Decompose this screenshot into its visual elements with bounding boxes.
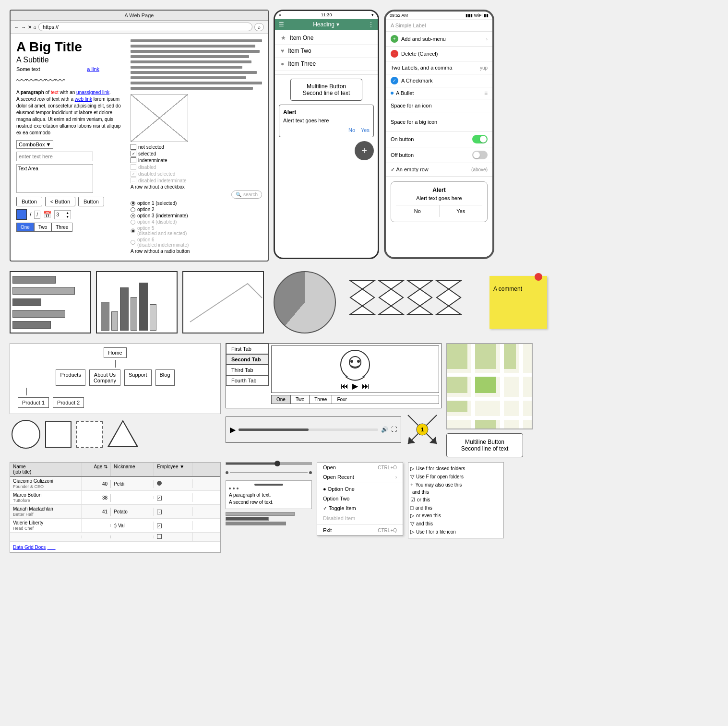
tab-fourth[interactable]: Fourth Tab (226, 375, 269, 386)
text-input[interactable] (16, 152, 93, 161)
fullscreen-icon[interactable]: ⛶ (391, 426, 397, 433)
emp-check-2[interactable] (157, 496, 162, 500)
cb-indet[interactable] (131, 157, 136, 163)
ios-item-two-labels[interactable]: Two Labels, and a comma yup (386, 61, 492, 74)
org-home: Home (104, 347, 126, 358)
dg-header-emp[interactable]: Employee ▼ (154, 463, 192, 476)
dropdown-icon[interactable]: ▾ (336, 21, 339, 28)
placeholder-image (131, 94, 188, 142)
forward-btn[interactable]: ⏭ (362, 382, 370, 391)
play-btn[interactable]: ▶ (352, 381, 358, 391)
ios-item-delete[interactable]: − Delete (Cancel) (386, 47, 492, 61)
tab-three[interactable]: Three (51, 223, 72, 232)
ios-alert-no[interactable]: No (396, 205, 440, 217)
spinner-up[interactable]: ▲ (66, 211, 69, 214)
android-alert-no[interactable]: No (348, 127, 355, 133)
more-icon[interactable]: ⋮ (368, 21, 374, 28)
minus-icon: − (391, 50, 398, 58)
toggle-off[interactable] (472, 151, 488, 159)
ios-item-space-big-icon[interactable]: Space for a big icon (386, 112, 492, 131)
emp-check-4[interactable] (157, 524, 162, 528)
multiline-standalone-btn[interactable]: Multiline Button Second line of text (446, 433, 523, 457)
strip-tab-two[interactable]: Two (291, 395, 310, 404)
radio-btn-1[interactable] (131, 201, 135, 206)
ios-alert-yes[interactable]: Yes (440, 205, 483, 217)
radio-btn-2[interactable] (131, 207, 135, 212)
back-btn[interactable]: ← (14, 24, 19, 30)
play-icon-2[interactable]: ▶ (230, 425, 236, 434)
ios-item-off-button[interactable]: Off button (386, 147, 492, 163)
date-field[interactable]: / (34, 211, 40, 219)
dg-header-name[interactable]: Name(job title) (10, 463, 82, 476)
dg-header-age[interactable]: Age ⇅ (82, 463, 111, 476)
android-alert-yes[interactable]: Yes (361, 127, 370, 133)
cm-toggle[interactable]: ✓ Toggle Item (317, 503, 403, 513)
emp-check-3[interactable] (157, 510, 162, 514)
ios-item-checkmark[interactable]: ✓ A Checkmark (386, 74, 492, 87)
cm-option-two[interactable]: Option Two (317, 494, 403, 503)
cm-open[interactable]: Open CTRL+O (317, 463, 403, 472)
url-input[interactable] (38, 23, 252, 31)
search-box[interactable]: 🔍 search (231, 190, 262, 199)
volume-icon[interactable]: 🔊 (381, 426, 388, 433)
textarea[interactable]: Text Area (16, 164, 93, 193)
vert-bar-chart (96, 271, 178, 333)
tab-two[interactable]: Two (34, 223, 51, 232)
emp-check-5[interactable] (157, 534, 162, 539)
cm-exit[interactable]: Exit CTRL+Q (317, 525, 403, 535)
standalone-btn-line2: Second line of text (454, 445, 515, 452)
strip-tab-three[interactable]: Three (310, 395, 332, 404)
button3[interactable]: Button (78, 197, 104, 206)
android-item-1[interactable]: ★ Item One (275, 32, 378, 45)
hamburger-icon[interactable]: ☰ (279, 21, 284, 28)
strip-tab-four[interactable]: Four (332, 395, 352, 404)
ios-item-add[interactable]: + Add and sub-menu › (386, 32, 492, 47)
spinner-down[interactable]: ▼ (66, 215, 69, 218)
tab-first[interactable]: First Tab (226, 344, 269, 354)
v-bar-6 (150, 304, 156, 331)
ios-item-bullet[interactable]: A Bullet ≡ (386, 87, 492, 99)
cb-checked[interactable] (131, 151, 136, 156)
cm-open-recent[interactable]: Open Recent › (317, 472, 403, 482)
cb-unchecked[interactable] (131, 144, 136, 150)
strip-tab-one[interactable]: One (272, 395, 291, 404)
pie-chart-box (269, 266, 341, 338)
dg-docs-link[interactable]: Data Grid Docs (13, 545, 46, 550)
combobox[interactable]: ComboBox ▼ (16, 140, 53, 149)
dots-row (226, 468, 312, 477)
ios-item-space-icon[interactable]: Space for an icon (386, 99, 492, 112)
tab-second[interactable]: Second Tab (226, 354, 269, 365)
tab-one[interactable]: One (16, 223, 34, 232)
android-item-2[interactable]: ♥ Item Two (275, 45, 378, 58)
radio-btn-4 (131, 220, 135, 225)
slider-1[interactable] (226, 462, 312, 465)
standalone-btn-line1: Multiline Button (454, 439, 515, 445)
android-fab[interactable]: + (355, 141, 374, 160)
shape-circle (12, 420, 40, 449)
home-btn[interactable]: ⌂ (34, 24, 36, 30)
calendar-icon[interactable]: 📅 (43, 211, 51, 218)
emp-radio-1[interactable] (157, 481, 162, 486)
horiz-bar-chart (10, 271, 91, 333)
slider-paragraph: A paragraph of text.A second row of text… (226, 480, 312, 509)
tab-third[interactable]: Third Tab (226, 365, 269, 375)
color-picker[interactable] (16, 209, 27, 220)
rewind-btn[interactable]: ⏮ (341, 382, 348, 391)
cm-option-one[interactable]: ● Option One (317, 484, 403, 494)
go-button[interactable]: ⌕ (254, 23, 264, 31)
spinner[interactable]: 3 ▲ ▼ (54, 210, 71, 219)
a-link[interactable]: a link (87, 66, 99, 72)
toggle-knob-on (480, 136, 487, 143)
close-btn[interactable]: ✕ (28, 24, 32, 30)
button2[interactable]: < Button (45, 197, 75, 206)
toggle-on[interactable] (472, 135, 488, 143)
ios-item-on-button[interactable]: On button (386, 131, 492, 147)
android-multiline-btn[interactable]: Multiline Button Second line of text (290, 79, 362, 101)
forward-btn[interactable]: → (21, 24, 26, 30)
org-connector-1 (14, 360, 216, 368)
button1[interactable]: Button (16, 197, 42, 206)
line-chart-svg (185, 274, 262, 332)
textarea-label: Text Area (18, 166, 38, 171)
radio-btn-3[interactable] (131, 214, 135, 218)
android-item-3[interactable]: ● Item Three (275, 58, 378, 71)
